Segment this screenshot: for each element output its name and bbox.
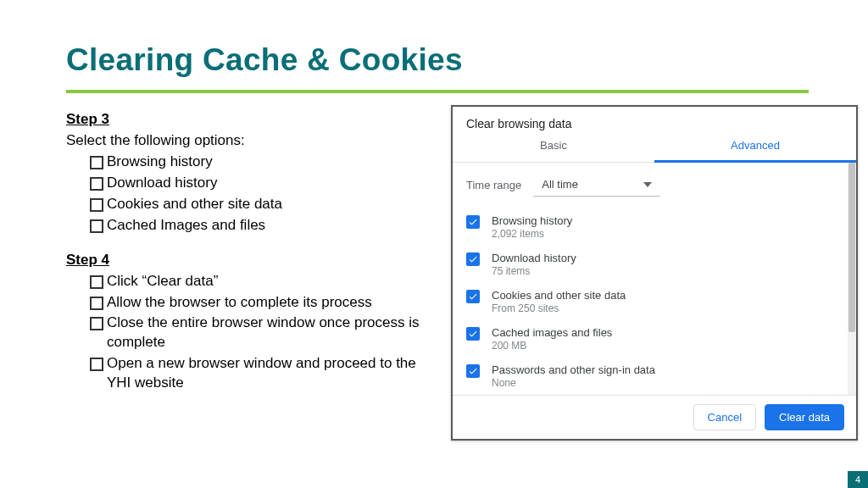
option-row[interactable]: Download history75 items [466,246,832,283]
list-item: Close the entire browser window once pro… [90,313,431,352]
step4-list: Click “Clear data” Allow the browser to … [66,272,431,394]
clear-browsing-data-dialog: Clear browsing data Basic Advanced Time … [451,105,858,441]
tab-basic[interactable]: Basic [453,139,654,162]
check-icon [468,217,478,227]
list-item: Download history [90,174,431,193]
option-subtext: From 250 sites [492,302,626,314]
option-row[interactable]: Cookies and other site dataFrom 250 site… [466,283,832,320]
list-item: Allow the browser to complete its proces… [90,293,431,313]
list-item: Open a new browser window and proceed to… [90,354,431,393]
option-subtext: None [492,377,655,389]
instructions-column: Step 3 Select the following options: Bro… [66,105,431,441]
step4-heading: Step 4 [66,251,431,270]
option-subtext: 200 MB [492,340,612,352]
dialog-footer: Cancel Clear data [453,395,856,439]
option-label: Passwords and other sign-in data [492,363,655,376]
option-label: Browsing history [492,214,572,227]
chevron-down-icon [643,182,652,187]
step3-heading: Step 3 [66,110,431,130]
option-label: Cached images and files [492,326,612,339]
tab-advanced[interactable]: Advanced [654,139,856,163]
dialog-tabs: Basic Advanced [453,139,856,163]
option-subtext: 75 items [492,265,576,277]
time-range-select[interactable]: All time [533,173,660,197]
step3-lead: Select the following options: [66,131,431,151]
checkbox[interactable] [466,327,480,341]
option-label: Cookies and other site data [492,289,626,302]
time-range-label: Time range [466,179,521,191]
time-range-value: All time [542,178,578,191]
check-icon [468,329,478,339]
checkbox[interactable] [466,215,480,229]
check-icon [468,291,478,302]
check-icon [468,366,478,376]
list-item: Cookies and other site data [90,195,431,214]
option-subtext: 2,092 items [492,228,572,240]
dialog-title: Clear browsing data [453,107,856,139]
slide-title: Clearing Cache & Cookies [66,42,809,78]
cancel-button[interactable]: Cancel [693,404,756,430]
checkbox[interactable] [466,252,480,266]
scrollbar[interactable] [848,163,856,395]
list-item: Click “Clear data” [90,272,431,291]
option-row[interactable]: Cached images and files200 MB [466,320,832,358]
scrollbar-thumb[interactable] [849,163,855,332]
page-number: 4 [848,471,868,488]
title-divider [66,90,809,93]
option-label: Download history [492,252,576,264]
checkbox[interactable] [466,364,480,378]
option-row[interactable]: Passwords and other sign-in dataNone [466,358,832,395]
checkbox[interactable] [466,290,480,303]
dialog-scroll-area[interactable]: Time range All time Browsing history2,09… [453,163,846,395]
list-item: Cached Images and files [90,216,431,236]
step3-list: Browsing history Download history Cookie… [66,152,431,236]
check-icon [468,254,478,264]
option-row[interactable]: Browsing history2,092 items [466,208,832,246]
clear-data-button[interactable]: Clear data [765,404,844,430]
list-item: Browsing history [90,152,431,172]
